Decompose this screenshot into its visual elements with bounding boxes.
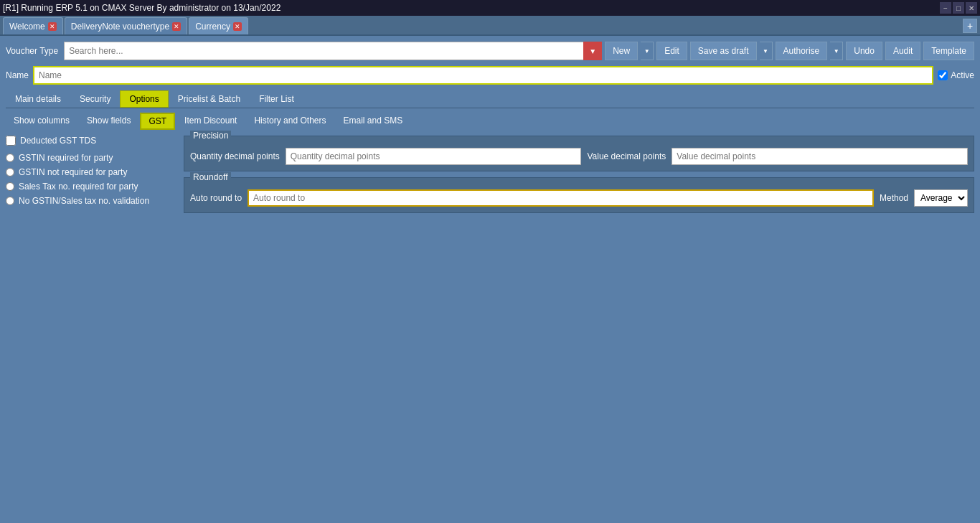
tab-options[interactable]: Options: [120, 90, 168, 108]
radio-no-gstin-validation-label: No GSTIN/Sales tax no. validation: [19, 196, 149, 206]
active-wrapper: Active: [938, 70, 974, 80]
tab-welcome-close[interactable]: ✕: [48, 22, 57, 31]
save-as-draft-button[interactable]: Save as draft: [690, 42, 757, 60]
tab-deliverynote[interactable]: DeliveryNote vouchertype ✕: [65, 17, 187, 34]
roundoff-section: Roundoff Auto round to Method Average Up…: [184, 177, 974, 213]
nav-tabs: Main details Security Options Pricelist …: [6, 90, 974, 108]
quantity-decimal-label: Quantity decimal points: [190, 151, 280, 161]
search-wrapper: ▼: [64, 42, 602, 60]
name-label: Name: [6, 70, 29, 80]
active-label: Active: [951, 70, 974, 80]
search-dropdown-button[interactable]: ▼: [583, 42, 602, 60]
radio-gstin-required: GSTIN required for party: [6, 153, 178, 163]
active-checkbox[interactable]: [938, 70, 948, 80]
radio-gstin-required-input[interactable]: [6, 154, 14, 162]
search-input[interactable]: [64, 42, 602, 60]
tab-currency-close[interactable]: ✕: [233, 22, 242, 31]
radio-gstin-required-label: GSTIN required for party: [19, 153, 113, 163]
edit-button[interactable]: Edit: [656, 42, 687, 60]
radio-gstin-not-required-input[interactable]: [6, 168, 14, 176]
deducted-gst-tds-checkbox[interactable]: [6, 136, 16, 146]
radio-gstin-not-required: GSTIN not required for party: [6, 167, 178, 177]
subtab-email-sms[interactable]: Email and SMS: [336, 113, 411, 130]
gstin-radio-group: GSTIN required for party GSTIN not requi…: [6, 153, 178, 206]
tab-bar: Welcome ✕ DeliveryNote vouchertype ✕ Cur…: [0, 16, 980, 36]
title-bar: [R1] Running ERP 5.1 on CMAX Server By a…: [0, 0, 980, 16]
sub-tabs: Show columns Show fields GST Item Discou…: [6, 113, 974, 130]
deducted-gst-tds-item: Deducted GST TDS: [6, 136, 178, 146]
authorise-dropdown-button[interactable]: ▼: [830, 42, 843, 60]
quantity-decimal-input[interactable]: [286, 148, 582, 165]
tab-filter-list[interactable]: Filter List: [250, 90, 303, 108]
tab-welcome[interactable]: Welcome ✕: [3, 17, 63, 34]
audit-button[interactable]: Audit: [885, 42, 920, 60]
authorise-button[interactable]: Authorise: [776, 42, 828, 60]
save-draft-dropdown-button[interactable]: ▼: [760, 42, 773, 60]
method-label: Method: [880, 193, 908, 203]
title-text: [R1] Running ERP 5.1 on CMAX Server By a…: [3, 3, 281, 13]
precision-section: Precision Quantity decimal points Value …: [184, 136, 974, 171]
window-controls: − □ ✕: [940, 2, 977, 14]
precision-title: Precision: [190, 131, 231, 141]
tab-security[interactable]: Security: [70, 90, 120, 108]
template-button[interactable]: Template: [923, 42, 974, 60]
value-decimal-input[interactable]: [672, 148, 968, 165]
deducted-gst-tds-label: Deducted GST TDS: [20, 136, 96, 146]
left-panel: Deducted GST TDS GSTIN required for part…: [6, 136, 178, 213]
main-panel: Deducted GST TDS GSTIN required for part…: [6, 136, 974, 213]
tab-currency[interactable]: Currency ✕: [189, 17, 248, 34]
voucher-type-label: Voucher Type: [6, 46, 58, 56]
auto-round-to-input[interactable]: [248, 189, 874, 207]
radio-no-gstin-validation: No GSTIN/Sales tax no. validation: [6, 196, 178, 206]
new-dropdown-button[interactable]: ▼: [641, 42, 654, 60]
name-row: Name Active: [6, 66, 974, 85]
auto-round-to-label: Auto round to: [190, 193, 242, 203]
new-button[interactable]: New: [605, 42, 638, 60]
close-button[interactable]: ✕: [966, 2, 977, 14]
radio-gstin-not-required-label: GSTIN not required for party: [19, 167, 127, 177]
subtab-show-columns[interactable]: Show columns: [6, 113, 77, 130]
add-tab-button[interactable]: +: [963, 19, 977, 33]
roundoff-title: Roundoff: [190, 172, 231, 182]
undo-button[interactable]: Undo: [846, 42, 882, 60]
content-area: Voucher Type ▼ New ▼ Edit Save as draft …: [0, 36, 980, 219]
subtab-item-discount[interactable]: Item Discount: [176, 113, 245, 130]
toolbar: Voucher Type ▼ New ▼ Edit Save as draft …: [6, 42, 974, 60]
restore-button[interactable]: □: [953, 2, 964, 14]
tab-pricelist-batch[interactable]: Pricelist & Batch: [169, 90, 250, 108]
right-panel: Precision Quantity decimal points Value …: [184, 136, 974, 213]
subtab-gst[interactable]: GST: [140, 113, 175, 130]
tab-main-details[interactable]: Main details: [6, 90, 70, 108]
radio-sales-tax-required-label: Sales Tax no. required for party: [19, 182, 138, 192]
subtab-history-others[interactable]: History and Others: [246, 113, 334, 130]
radio-sales-tax-required: Sales Tax no. required for party: [6, 182, 178, 192]
value-decimal-label: Value decimal points: [587, 151, 666, 161]
subtab-show-fields[interactable]: Show fields: [79, 113, 138, 130]
method-select[interactable]: Average Up Down: [914, 189, 968, 207]
precision-row: Quantity decimal points Value decimal po…: [190, 148, 968, 165]
name-input[interactable]: [33, 66, 933, 85]
radio-sales-tax-required-input[interactable]: [6, 182, 14, 191]
minimize-button[interactable]: −: [940, 2, 951, 14]
tab-deliverynote-close[interactable]: ✕: [172, 22, 181, 31]
roundoff-row: Auto round to Method Average Up Down: [190, 189, 968, 207]
radio-no-gstin-validation-input[interactable]: [6, 197, 14, 205]
